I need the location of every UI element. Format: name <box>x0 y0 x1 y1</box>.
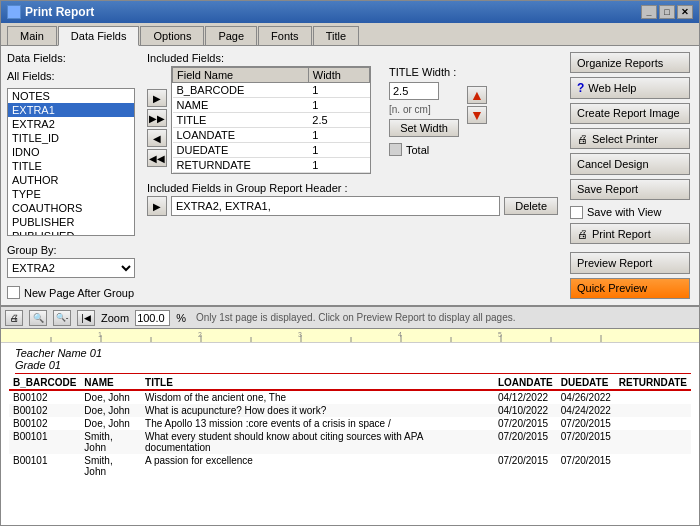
group-report-section: Included Fields in Group Report Header :… <box>147 182 558 216</box>
cell-returndate <box>615 454 691 478</box>
page-first-button[interactable]: |◀ <box>77 310 95 326</box>
svg-text:2: 2 <box>198 331 202 338</box>
save-view-checkbox[interactable] <box>570 206 583 219</box>
close-button[interactable]: ✕ <box>677 5 693 19</box>
field-item-title[interactable]: TITLE <box>8 159 134 173</box>
cell-duedate: 07/20/2015 <box>557 430 615 454</box>
left-panel: Data Fields: All Fields: NOTES EXTRA1 EX… <box>1 46 141 305</box>
field-item-coauthors[interactable]: COAUTHORS <box>8 201 134 215</box>
tab-main[interactable]: Main <box>7 26 57 45</box>
move-down-button[interactable]: ▼ <box>467 106 487 124</box>
web-help-button[interactable]: ? Web Help <box>570 77 690 98</box>
table-row: B00101 Smith, John A passion for excelle… <box>9 454 691 478</box>
select-printer-label: Select Printer <box>592 133 658 145</box>
cell-barcode: B00102 <box>9 417 80 430</box>
th-loandate: LOANDATE <box>494 376 557 390</box>
organize-reports-button[interactable]: Organize Reports <box>570 52 690 73</box>
field-item-notes[interactable]: NOTES <box>8 89 134 103</box>
field-item-author[interactable]: AUTHOR <box>8 173 134 187</box>
title-width-input[interactable] <box>389 82 439 100</box>
group-by-select[interactable]: EXTRA2 <box>7 258 135 278</box>
field-item-publisher[interactable]: PUBLISHER <box>8 215 134 229</box>
table-header-row: B_BARCODE NAME TITLE LOANDATE DUEDATE RE… <box>9 376 691 390</box>
save-with-view-label: Save with View <box>587 206 661 218</box>
cancel-design-button[interactable]: Cancel Design <box>570 153 690 174</box>
report-header-line2: Grade 01 <box>15 359 691 371</box>
included-fields-label: Included Fields: <box>147 52 558 64</box>
create-report-image-label: Create Report Image <box>577 107 680 119</box>
field-name-cell: NAME <box>173 98 309 113</box>
minimize-button[interactable]: _ <box>641 5 657 19</box>
field-item-titleid[interactable]: TITLE_ID <box>8 131 134 145</box>
table-row[interactable]: RETURNDATE 1 <box>173 158 370 173</box>
table-row[interactable]: TITLE 2.5 <box>173 113 370 128</box>
zoom-unit: % <box>176 312 186 324</box>
title-width-unit: [n. or cm] <box>389 104 459 115</box>
field-name-cell: RETURNDATE <box>173 158 309 173</box>
title-width-section: TITLE Width : [n. or cm] Set Width Total <box>389 66 459 156</box>
ruler: 1 2 3 4 5 <box>1 329 699 343</box>
window-icon <box>7 5 21 19</box>
cell-title: Wisdom of the ancient one, The <box>141 390 494 404</box>
tab-title[interactable]: Title <box>313 26 359 45</box>
field-item-idno[interactable]: IDNO <box>8 145 134 159</box>
add-all-button[interactable]: ▶▶ <box>147 109 167 127</box>
table-row[interactable]: DUEDATE 1 <box>173 143 370 158</box>
tab-page[interactable]: Page <box>205 26 257 45</box>
set-width-button[interactable]: Set Width <box>389 119 459 137</box>
content-area: Data Fields: All Fields: NOTES EXTRA1 EX… <box>1 46 699 305</box>
total-checkbox[interactable] <box>389 143 402 156</box>
col-width: Width <box>308 68 369 83</box>
save-report-button[interactable]: Save Report <box>570 179 690 200</box>
maximize-button[interactable]: □ <box>659 5 675 19</box>
table-row[interactable]: NAME 1 <box>173 98 370 113</box>
zoom-out-button[interactable]: 🔍- <box>53 310 71 326</box>
tab-fonts[interactable]: Fonts <box>258 26 312 45</box>
print-report-label: Print Report <box>592 228 651 240</box>
cell-name: Smith, John <box>80 430 141 454</box>
field-item-extra1[interactable]: EXTRA1 <box>8 103 134 117</box>
field-item-type[interactable]: TYPE <box>8 187 134 201</box>
cell-loandate: 07/20/2015 <box>494 454 557 478</box>
cell-title: A passion for excellence <box>141 454 494 478</box>
select-printer-button[interactable]: 🖨 Select Printer <box>570 128 690 149</box>
title-width-label: TITLE Width : <box>389 66 459 78</box>
field-width-cell: 1 <box>308 128 369 143</box>
table-row[interactable]: B_BARCODE 1 <box>173 83 370 98</box>
print-report-button[interactable]: 🖨 Print Report <box>570 223 690 244</box>
remove-one-button[interactable]: ◀ <box>147 129 167 147</box>
group-report-label: Included Fields in Group Report Header : <box>147 182 558 194</box>
remove-all-button[interactable]: ◀◀ <box>147 149 167 167</box>
group-add-button[interactable]: ▶ <box>147 196 167 216</box>
create-report-image-button[interactable]: Create Report Image <box>570 103 690 124</box>
tab-data-fields[interactable]: Data Fields <box>58 26 140 46</box>
zoom-in-button[interactable]: 🔍 <box>29 310 47 326</box>
cell-name: Doe, John <box>80 417 141 430</box>
quick-preview-button[interactable]: Quick Preview <box>570 278 690 299</box>
all-fields-list[interactable]: NOTES EXTRA1 EXTRA2 TITLE_ID IDNO TITLE … <box>7 88 135 236</box>
svg-text:5: 5 <box>498 331 502 338</box>
cancel-design-label: Cancel Design <box>577 158 649 170</box>
add-one-button[interactable]: ▶ <box>147 89 167 107</box>
preview-report-button[interactable]: Preview Report <box>570 252 690 273</box>
field-item-extra2[interactable]: EXTRA2 <box>8 117 134 131</box>
table-row[interactable]: LOANDATE 1 <box>173 128 370 143</box>
svg-text:4: 4 <box>398 331 402 338</box>
preview-toolbar: 🖨 🔍 🔍- |◀ Zoom % Only 1st page is displa… <box>1 307 699 329</box>
table-row: B00102 Doe, John The Apollo 13 mission :… <box>9 417 691 430</box>
group-report-input[interactable] <box>171 196 500 216</box>
cell-title: What every student should know about cit… <box>141 430 494 454</box>
cell-duedate: 04/26/2022 <box>557 390 615 404</box>
new-page-checkbox[interactable] <box>7 286 20 299</box>
zoom-input[interactable] <box>135 310 170 326</box>
tab-options[interactable]: Options <box>140 26 204 45</box>
title-bar: Print Report _ □ ✕ <box>1 1 699 23</box>
report-header-line1: Teacher Name 01 <box>15 347 691 359</box>
group-report-area: ▶ Delete <box>147 196 558 216</box>
print-toolbar-button[interactable]: 🖨 <box>5 310 23 326</box>
delete-button[interactable]: Delete <box>504 197 558 215</box>
move-up-button[interactable]: ▲ <box>467 86 487 104</box>
cell-loandate: 07/20/2015 <box>494 417 557 430</box>
field-item-published[interactable]: PUBLISHED <box>8 229 134 236</box>
middle-panel: Included Fields: ▶ ▶▶ ◀ ◀◀ <box>141 46 564 305</box>
